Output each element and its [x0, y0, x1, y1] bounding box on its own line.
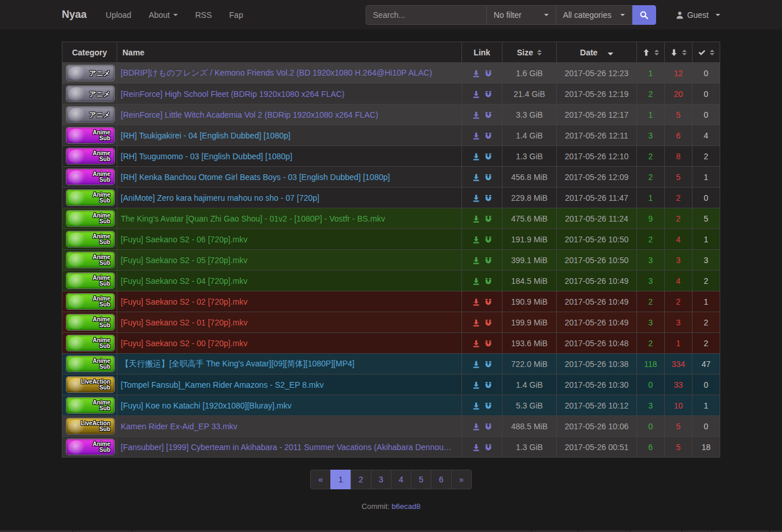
magnet-link[interactable] — [485, 236, 492, 243]
magnet-link[interactable] — [485, 423, 492, 430]
download-link[interactable] — [472, 381, 480, 389]
category-icon-anime-sub-green[interactable]: AnimeSub — [66, 252, 115, 268]
column-header-size[interactable]: Size — [502, 42, 557, 63]
torrent-name-link[interactable]: [Fuyu] Saekano S2 - 06 [720p].mkv — [121, 235, 458, 244]
torrent-name-link[interactable]: [ReinForce] High School Fleet (BDRip 192… — [121, 89, 458, 99]
download-link[interactable] — [472, 340, 480, 347]
pagination-page-6[interactable]: 6 — [431, 470, 452, 489]
magnet-link[interactable] — [485, 402, 492, 410]
pagination-next[interactable]: » — [451, 470, 472, 489]
torrent-name-link[interactable]: [BDRIP]けものフレンズ / Kemono Friends Vol.2 (B… — [121, 68, 458, 78]
magnet-link[interactable] — [485, 174, 492, 181]
category-select[interactable]: All categories — [556, 5, 632, 25]
column-header-completed[interactable] — [692, 42, 720, 63]
nav-item-about[interactable]: About — [140, 0, 187, 29]
pagination-page-2[interactable]: 2 — [351, 470, 371, 489]
torrent-name-link[interactable]: [Fansubber] [1999] Cyberteam in Akihabar… — [121, 443, 458, 452]
pagination-page-3[interactable]: 3 — [371, 470, 392, 489]
download-link[interactable] — [472, 319, 480, 327]
magnet-link[interactable] — [485, 70, 492, 77]
category-icon-anime-sub-green[interactable]: AnimeSub — [66, 189, 115, 206]
category-icon-anime-raw[interactable]: アニメ — [66, 85, 115, 102]
download-link[interactable] — [472, 194, 480, 202]
torrent-name-link[interactable]: [Fuyu] Koe no Katachi [1920x1080][Bluray… — [121, 401, 458, 410]
torrent-name-link[interactable]: 【天行搬运】[全职高手 The King's Avatar][09][简体][1… — [121, 359, 458, 369]
category-icon-anime-sub-magenta[interactable]: AnimeSub — [66, 148, 115, 164]
category-icon-anime-sub-magenta[interactable]: AnimeSub — [66, 168, 115, 185]
magnet-link[interactable] — [485, 381, 492, 389]
pagination-page-5[interactable]: 5 — [411, 470, 431, 489]
filter-select[interactable]: No filter — [487, 5, 556, 25]
download-link[interactable] — [472, 153, 480, 160]
download-link[interactable] — [472, 111, 480, 119]
column-header-seeders[interactable] — [637, 42, 665, 63]
category-icon-anime-sub-green[interactable]: AnimeSub — [66, 335, 115, 351]
nav-item-fap[interactable]: Fap — [221, 0, 252, 29]
nav-item-upload[interactable]: Upload — [97, 0, 140, 29]
magnet-link[interactable] — [485, 361, 492, 368]
category-icon-anime-sub-green[interactable]: AnimeSub — [66, 397, 115, 414]
download-link[interactable] — [472, 215, 480, 223]
download-link[interactable] — [472, 132, 480, 140]
torrent-name-link[interactable]: [RH] Tsugumomo - 03 [English Dubbed] [10… — [121, 152, 458, 161]
column-header-leechers[interactable] — [665, 42, 692, 63]
column-header-date[interactable]: Date — [557, 42, 637, 63]
category-icon-anime-raw[interactable]: アニメ — [66, 65, 115, 81]
torrent-name-link[interactable]: [AniMote] Zero kara hajimeru mahou no sh… — [121, 193, 458, 203]
download-link[interactable] — [472, 91, 480, 98]
pagination-prev[interactable]: « — [310, 470, 331, 489]
category-icon-anime-sub-green[interactable]: AnimeSub — [66, 314, 115, 331]
magnet-link[interactable] — [485, 257, 492, 264]
magnet-link[interactable] — [485, 91, 492, 98]
category-icon-liveaction-sub[interactable]: LiveActionSub — [66, 376, 115, 393]
category-icon-liveaction-sub[interactable]: LiveActionSub — [66, 418, 115, 434]
nav-item-rss[interactable]: RSS — [187, 0, 221, 29]
download-link[interactable] — [472, 236, 480, 243]
torrent-name-link[interactable]: [Tompel Fansub]_Kamen Rider Amazons - S2… — [121, 380, 458, 389]
download-link[interactable] — [472, 257, 480, 264]
commit-link[interactable]: b6ecad8 — [392, 502, 420, 511]
download-link[interactable] — [472, 402, 480, 410]
user-menu[interactable]: Guest — [676, 10, 720, 20]
download-link[interactable] — [472, 444, 480, 451]
pagination-page-1[interactable]: 1 — [330, 470, 351, 489]
pagination-page-4[interactable]: 4 — [391, 470, 412, 489]
magnet-link[interactable] — [485, 153, 492, 160]
category-icon-anime-raw[interactable]: アニメ — [66, 106, 115, 123]
download-link[interactable] — [472, 70, 480, 77]
category-icon-anime-sub-magenta[interactable]: AnimeSub — [66, 127, 115, 144]
magnet-link[interactable] — [485, 319, 492, 327]
torrent-name-link[interactable]: [RH] Tsukigakirei - 04 [English Dubbed] … — [121, 131, 458, 140]
magnet-link[interactable] — [485, 298, 492, 306]
category-icon-anime-sub-green[interactable]: AnimeSub — [66, 210, 115, 227]
magnet-link[interactable] — [485, 132, 492, 140]
torrent-name-link[interactable]: [Fuyu] Saekano S2 - 02 [720p].mkv — [121, 297, 458, 306]
category-icon-anime-sub-green[interactable]: AnimeSub — [66, 272, 115, 289]
download-link[interactable] — [472, 423, 480, 430]
magnet-link[interactable] — [485, 444, 492, 451]
category-icon-anime-sub-magenta[interactable]: AnimeSub — [66, 439, 115, 455]
magnet-link[interactable] — [485, 340, 492, 347]
category-icon-anime-sub-green[interactable]: AnimeSub — [66, 293, 115, 310]
torrent-name-link[interactable]: The King's Avatar [Quan Zhi Gao Shou] - … — [121, 214, 458, 223]
torrent-name-link[interactable]: [Fuyu] Saekano S2 - 01 [720p].mkv — [121, 318, 458, 327]
search-input[interactable] — [366, 5, 487, 25]
brand-link[interactable]: Nyaa — [62, 9, 87, 21]
torrent-name-link[interactable]: Kamen Rider Ex-Aid_EP 33.mkv — [121, 422, 458, 431]
download-link[interactable] — [472, 361, 480, 368]
torrent-name-link[interactable]: [Fuyu] Saekano S2 - 00 [720p].mkv — [121, 339, 458, 348]
torrent-name-link[interactable]: [Fuyu] Saekano S2 - 04 [720p].mkv — [121, 276, 458, 286]
download-link[interactable] — [472, 278, 480, 285]
torrent-name-link[interactable]: [ReinForce] Little Witch Academia Vol 2 … — [121, 110, 458, 119]
torrent-name-link[interactable]: [RH] Kenka Banchou Otome Girl Beats Boys… — [121, 173, 458, 182]
magnet-link[interactable] — [485, 194, 492, 202]
magnet-link[interactable] — [485, 278, 492, 285]
magnet-link[interactable] — [485, 111, 492, 119]
download-link[interactable] — [472, 174, 480, 181]
magnet-link[interactable] — [485, 215, 492, 223]
torrent-name-link[interactable]: [Fuyu] Saekano S2 - 05 [720p].mkv — [121, 256, 458, 265]
search-button[interactable] — [632, 5, 656, 25]
category-icon-anime-sub-green[interactable]: AnimeSub — [66, 355, 115, 372]
download-link[interactable] — [472, 298, 480, 306]
category-icon-anime-sub-green[interactable]: AnimeSub — [66, 231, 115, 248]
